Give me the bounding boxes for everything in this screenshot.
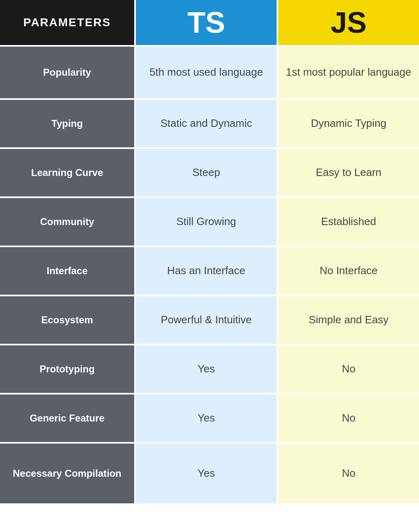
ts-value-ecosystem: Powerful & Intuitive — [161, 313, 252, 327]
param-cell-necessary-compilation: Necessary Compilation — [0, 444, 136, 503]
ts-cell-ecosystem: Powerful & Intuitive — [136, 296, 278, 344]
js-cell-learning-curve: Easy to Learn — [278, 149, 419, 196]
row-popularity: Popularity 5th most used language 1st mo… — [0, 45, 419, 98]
js-cell-interface: No Interface — [278, 247, 419, 295]
header-params-label: PARAMETERS — [23, 16, 111, 29]
ts-value-typing: Static and Dynamic — [160, 117, 252, 131]
param-cell-typing: Typing — [0, 100, 136, 147]
ts-cell-generic-feature: Yes — [136, 394, 278, 442]
row-learning-curve: Learning Curve Steep Easy to Learn — [0, 147, 419, 196]
header-params-cell: PARAMETERS — [0, 0, 136, 45]
header-js-cell: JS — [278, 0, 419, 45]
js-cell-necessary-compilation: No — [278, 444, 419, 503]
row-interface: Interface Has an Interface No Interface — [0, 246, 419, 295]
js-cell-popularity: 1st most popular language — [278, 47, 419, 98]
param-cell-community: Community — [0, 198, 136, 246]
ts-value-popularity: 5th most used language — [149, 65, 263, 79]
js-cell-generic-feature: No — [278, 394, 419, 442]
ts-cell-learning-curve: Steep — [136, 149, 278, 196]
param-label-community: Community — [40, 216, 94, 228]
param-label-popularity: Popularity — [43, 67, 91, 78]
param-label-generic-feature: Generic Feature — [30, 413, 105, 424]
param-label-interface: Interface — [47, 265, 88, 277]
row-typing: Typing Static and Dynamic Dynamic Typing — [0, 98, 419, 147]
param-cell-generic-feature: Generic Feature — [0, 394, 136, 442]
ts-cell-necessary-compilation: Yes — [136, 444, 278, 503]
param-cell-popularity: Popularity — [0, 47, 136, 98]
row-prototyping: Prototyping Yes No — [0, 344, 419, 393]
js-value-typing: Dynamic Typing — [311, 117, 387, 131]
js-value-community: Established — [321, 215, 376, 229]
row-necessary-compilation: Necessary Compilation Yes No — [0, 442, 419, 503]
param-label-prototyping: Prototyping — [40, 363, 95, 375]
param-label-learning-curve: Learning Curve — [31, 167, 103, 178]
ts-cell-community: Still Growing — [136, 198, 278, 246]
param-cell-interface: Interface — [0, 247, 136, 295]
ts-value-generic-feature: Yes — [198, 411, 215, 425]
ts-value-interface: Has an Interface — [167, 264, 246, 278]
ts-value-learning-curve: Steep — [192, 166, 220, 180]
js-value-ecosystem: Simple and Easy — [309, 313, 388, 327]
ts-value-prototyping: Yes — [198, 362, 215, 376]
param-label-necessary-compilation: Necessary Compilation — [13, 468, 121, 479]
row-generic-feature: Generic Feature Yes No — [0, 393, 419, 442]
ts-cell-typing: Static and Dynamic — [136, 100, 278, 147]
js-value-interface: No Interface — [320, 264, 378, 278]
js-value-prototyping: No — [342, 362, 355, 376]
js-cell-community: Established — [278, 198, 419, 246]
header-ts-cell: TS — [136, 0, 278, 45]
header-js-label: JS — [331, 6, 367, 39]
param-cell-learning-curve: Learning Curve — [0, 149, 136, 196]
ts-value-community: Still Growing — [176, 215, 236, 229]
param-label-ecosystem: Ecosystem — [41, 314, 93, 326]
param-cell-ecosystem: Ecosystem — [0, 296, 136, 344]
ts-cell-prototyping: Yes — [136, 345, 278, 393]
js-cell-ecosystem: Simple and Easy — [278, 296, 419, 344]
ts-cell-interface: Has an Interface — [136, 247, 278, 295]
row-community: Community Still Growing Established — [0, 196, 419, 246]
js-value-learning-curve: Easy to Learn — [316, 166, 381, 180]
row-ecosystem: Ecosystem Powerful & Intuitive Simple an… — [0, 295, 419, 344]
js-value-necessary-compilation: No — [342, 467, 355, 480]
param-cell-prototyping: Prototyping — [0, 345, 136, 393]
js-value-popularity: 1st most popular language — [286, 65, 411, 79]
ts-cell-popularity: 5th most used language — [136, 47, 278, 98]
js-value-generic-feature: No — [342, 411, 355, 425]
comparison-table: PARAMETERS TS JS Popularity 5th most use… — [0, 0, 419, 532]
header-row: PARAMETERS TS JS — [0, 0, 419, 45]
header-ts-label: TS — [187, 6, 225, 39]
ts-value-necessary-compilation: Yes — [198, 467, 215, 480]
js-cell-typing: Dynamic Typing — [278, 100, 419, 147]
js-cell-prototyping: No — [278, 345, 419, 393]
param-label-typing: Typing — [52, 118, 83, 129]
